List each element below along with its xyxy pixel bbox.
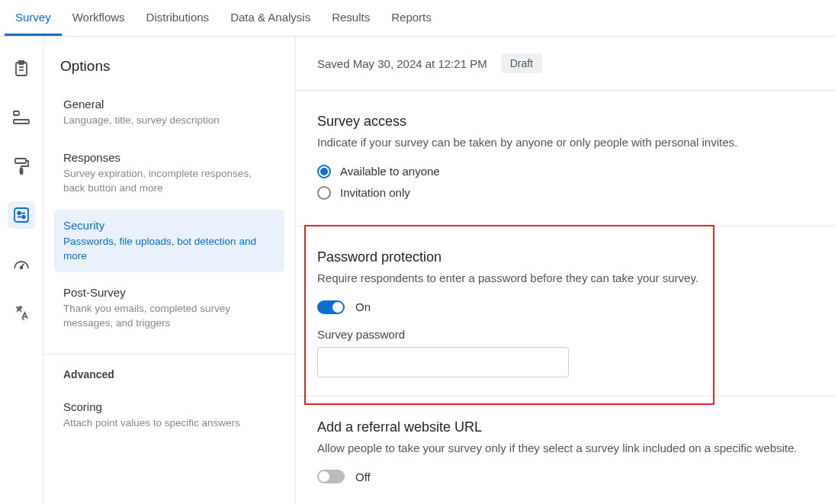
section-title: Password protection <box>317 249 814 265</box>
tab-distributions[interactable]: Distributions <box>136 0 220 36</box>
sidebar-divider <box>43 354 295 355</box>
sidebar-item-title: General <box>63 98 275 111</box>
sidebar-item-post-survey[interactable]: Post-Survey Thank you emails, completed … <box>54 277 284 340</box>
sidebar-item-security[interactable]: Security Passwords, file uploads, bot de… <box>54 210 284 273</box>
tab-survey[interactable]: Survey <box>5 0 62 36</box>
advanced-label: Advanced <box>54 368 284 391</box>
sidebar-item-title: Responses <box>63 151 275 164</box>
radio-available-anyone[interactable]: Available to anyone <box>317 165 814 178</box>
svg-rect-7 <box>21 169 23 174</box>
sidebar-item-desc: Survey expiration, incomplete responses,… <box>63 167 275 196</box>
saved-timestamp: Saved May 30, 2024 at 12:21 PM <box>317 57 487 70</box>
survey-password-input[interactable] <box>317 347 569 377</box>
translate-icon[interactable] <box>8 299 35 326</box>
sidebar: Options General Language, title, survey … <box>43 37 296 504</box>
svg-point-9 <box>18 212 21 215</box>
section-title: Add a referral website URL <box>317 419 814 435</box>
clipboard-icon[interactable] <box>8 55 35 82</box>
password-toggle-row: On <box>317 300 814 314</box>
sidebar-item-desc: Attach point values to specific answers <box>63 416 275 431</box>
svg-point-11 <box>22 216 25 219</box>
sidebar-item-title: Scoring <box>63 400 275 413</box>
sidebar-item-responses[interactable]: Responses Survey expiration, incomplete … <box>54 142 284 205</box>
section-desc: Allow people to take your survey only if… <box>317 440 814 457</box>
radio-icon <box>317 165 331 178</box>
sidebar-item-scoring[interactable]: Scoring Attach point values to specific … <box>54 391 284 440</box>
section-desc: Indicate if your survey can be taken by … <box>317 134 814 151</box>
password-toggle[interactable] <box>317 300 345 314</box>
toggle-label: Off <box>355 470 371 483</box>
radio-invitation-only[interactable]: Invitation only <box>317 186 814 200</box>
tab-results[interactable]: Results <box>321 0 381 36</box>
icon-rail <box>0 37 43 504</box>
svg-rect-8 <box>14 208 28 222</box>
sidebar-item-title: Security <box>63 219 275 232</box>
section-password-protection: Password protection Require respondents … <box>296 226 835 396</box>
paint-roller-icon[interactable] <box>8 152 35 180</box>
svg-rect-4 <box>14 111 19 115</box>
flow-icon[interactable] <box>8 104 35 131</box>
radio-label: Available to anyone <box>340 165 440 178</box>
radio-icon <box>317 186 331 200</box>
sidebar-item-desc: Language, title, survey description <box>63 114 275 128</box>
radio-label: Invitation only <box>340 186 410 199</box>
svg-rect-5 <box>14 120 29 124</box>
referral-toggle[interactable] <box>317 470 345 483</box>
body: Options General Language, title, survey … <box>0 37 835 504</box>
sidebar-item-desc: Thank you emails, completed survey messa… <box>63 302 275 331</box>
section-referral-url: Add a referral website URL Allow people … <box>296 396 835 505</box>
password-field-label: Survey password <box>317 328 814 341</box>
section-survey-access: Survey access Indicate if your survey ca… <box>296 91 835 226</box>
toggle-label: On <box>355 300 371 313</box>
tab-workflows[interactable]: Workflows <box>62 0 136 36</box>
sidebar-item-desc: Passwords, file uploads, bot detection a… <box>63 235 275 264</box>
tab-reports[interactable]: Reports <box>381 0 442 36</box>
sidebar-item-general[interactable]: General Language, title, survey descript… <box>54 88 284 137</box>
gauge-icon[interactable] <box>8 250 35 278</box>
section-title: Survey access <box>317 114 814 130</box>
tab-data-analysis[interactable]: Data & Analysis <box>220 0 321 36</box>
options-icon[interactable] <box>8 201 35 229</box>
sidebar-title: Options <box>54 58 284 88</box>
status-badge: Draft <box>501 53 542 73</box>
referral-toggle-row: Off <box>317 470 814 483</box>
header-strip: Saved May 30, 2024 at 12:21 PM Draft <box>296 37 835 91</box>
main-panel: Saved May 30, 2024 at 12:21 PM Draft Sur… <box>296 37 835 504</box>
svg-rect-6 <box>15 159 26 163</box>
section-desc: Require respondents to enter a password … <box>317 270 814 287</box>
top-tabs: Survey Workflows Distributions Data & An… <box>0 0 835 37</box>
svg-point-14 <box>21 267 23 269</box>
sidebar-item-title: Post-Survey <box>63 286 275 299</box>
